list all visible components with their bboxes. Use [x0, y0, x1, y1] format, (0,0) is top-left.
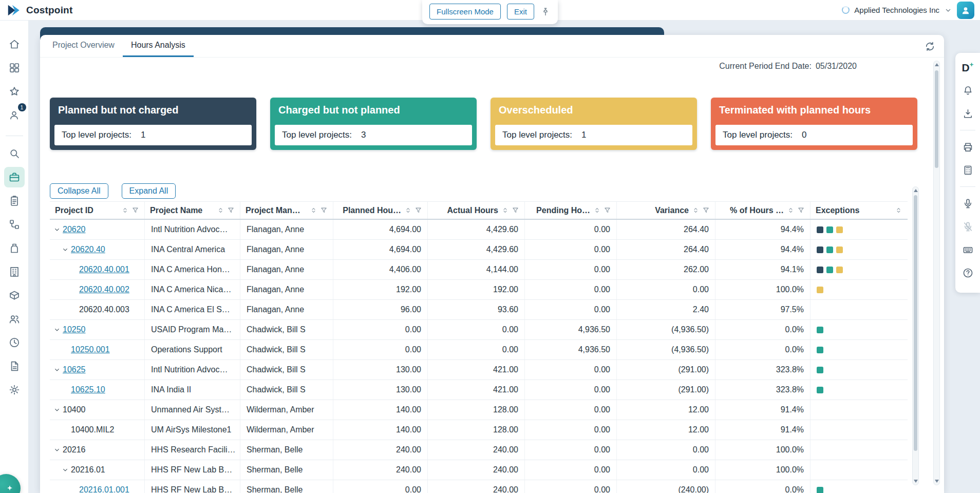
scrollbar-thumb[interactable] [935, 70, 938, 168]
expand-chevron-icon[interactable] [61, 466, 69, 474]
table-row: 10250.001Operations SupportChadwick, Bil… [50, 340, 908, 360]
company-selector[interactable]: Applied Technologies Inc [854, 6, 939, 14]
planned-cell: 4,694.00 [333, 240, 428, 259]
sort-icon[interactable] [217, 206, 224, 214]
fullscreen-mode-button[interactable]: Fullscreen Mode [429, 4, 501, 20]
tool-help[interactable] [958, 263, 977, 282]
sidebar-item-favorites-star[interactable] [4, 81, 25, 102]
pending-cell: 4,936.50 [525, 340, 617, 359]
sidebar-item-time-clock[interactable] [4, 332, 25, 353]
scroll-down-arrow[interactable] [935, 480, 939, 483]
pitcher-icon [8, 242, 21, 254]
summary-card-2[interactable]: Charged but not plannedTop level project… [270, 98, 477, 150]
collapse-all-button[interactable]: Collapse All [50, 183, 108, 199]
sort-icon[interactable] [692, 206, 700, 214]
filter-icon[interactable] [797, 206, 805, 214]
expand-chevron-icon[interactable] [53, 446, 61, 454]
sidebar-item-organization[interactable] [4, 261, 25, 282]
column-header-of-hours: % of Hours … [715, 202, 811, 219]
project-id-link[interactable]: 10250 [63, 325, 86, 334]
expand-chevron-icon[interactable] [53, 406, 61, 414]
sidebar-item-projects[interactable] [4, 167, 25, 187]
costpoint-logo-icon [6, 3, 22, 18]
scroll-up-arrow[interactable] [935, 63, 939, 66]
expand-chevron-icon[interactable] [61, 245, 69, 254]
exit-button[interactable]: Exit [507, 4, 534, 20]
project-id-link[interactable]: 20620 [63, 225, 86, 234]
sidebar-item-pitcher[interactable] [4, 238, 25, 258]
project-id-link[interactable]: 20620.40 [71, 245, 105, 254]
projects-icon [8, 171, 21, 183]
expand-all-button[interactable]: Expand All [122, 183, 176, 199]
project-id-link[interactable]: 20620.40.002 [79, 285, 129, 294]
exceptions-cell [811, 240, 908, 259]
tool-keyboard[interactable] [958, 240, 977, 259]
variance-cell: 2.40 [617, 300, 715, 319]
project-id-link[interactable]: 10250.001 [71, 345, 110, 354]
sidebar-item-people[interactable] [4, 309, 25, 329]
summary-card-4[interactable]: Terminated with planned hoursTop level p… [711, 98, 917, 150]
project-id-link[interactable]: 20216.01.001 [79, 485, 129, 493]
microphone-icon [962, 198, 974, 210]
topbar-right: Applied Technologies Inc [842, 2, 980, 19]
tool-notifications-bell[interactable] [958, 81, 977, 100]
filter-icon[interactable] [131, 206, 139, 214]
filter-icon[interactable] [227, 206, 235, 214]
sidebar-item-user-notifications[interactable]: 1 [4, 105, 25, 125]
sort-icon[interactable] [310, 206, 317, 214]
tool-print[interactable] [958, 138, 977, 156]
variance-cell: 0.00 [617, 280, 715, 299]
filter-icon[interactable] [512, 206, 519, 214]
sidebar-item-settings-gear[interactable] [4, 380, 25, 400]
scrollbar-thumb[interactable] [914, 195, 917, 451]
sidebar-item-home[interactable] [4, 34, 25, 54]
table-scrollbar[interactable] [912, 186, 919, 485]
project-id-link[interactable]: 10625.10 [71, 385, 105, 394]
sort-icon[interactable] [787, 206, 795, 214]
filter-icon[interactable] [702, 206, 710, 214]
scroll-up-arrow[interactable] [914, 189, 918, 192]
project-id-link[interactable]: 20620.40.001 [79, 265, 129, 274]
filter-icon[interactable] [320, 206, 328, 214]
sidebar-item-documents[interactable] [4, 356, 25, 376]
column-controls [895, 206, 902, 214]
scroll-down-arrow[interactable] [914, 480, 918, 483]
project-id-link[interactable]: 10625 [63, 365, 86, 374]
tab-project-overview[interactable]: Project Overview [44, 35, 123, 57]
sidebar-item-apps-grid[interactable] [4, 58, 25, 78]
pending-cell: 0.00 [525, 260, 617, 279]
variance-cell: 12.00 [617, 400, 715, 420]
sort-icon[interactable] [501, 206, 509, 214]
project-id-cell: 10625 [50, 360, 145, 380]
indent-spacer [53, 350, 61, 350]
summary-card-1[interactable]: Planned but not chargedTop level project… [50, 98, 256, 150]
expand-chevron-icon[interactable] [53, 326, 61, 334]
table-row: 20216.01HHS RF New Lab B…Sherman, Belle2… [50, 460, 908, 480]
pin-icon[interactable] [540, 7, 551, 17]
sidebar-item-materials-box[interactable] [4, 285, 25, 306]
refresh-icon[interactable] [924, 41, 936, 52]
user-avatar[interactable] [957, 2, 974, 19]
tool-dela-assistant[interactable]: D+ [958, 58, 977, 77]
sort-icon[interactable] [895, 206, 902, 214]
panel-scrollbar[interactable] [933, 61, 940, 485]
tool-microphone[interactable] [958, 194, 977, 213]
sidebar-item-clipboard[interactable] [4, 191, 25, 211]
expand-chevron-icon[interactable] [53, 225, 61, 234]
tab-hours-analysis[interactable]: Hours Analysis [123, 35, 194, 57]
sort-icon[interactable] [121, 206, 129, 214]
sidebar-item-workflow[interactable] [4, 214, 25, 235]
expand-chevron-icon[interactable] [53, 366, 61, 374]
tool-import-export[interactable] [958, 104, 977, 123]
filter-icon[interactable] [604, 206, 611, 214]
sort-icon[interactable] [593, 206, 601, 214]
sidebar-item-search[interactable] [4, 143, 25, 164]
sort-icon[interactable] [404, 206, 412, 214]
project-id-cell: 10400.MIL2 [50, 420, 145, 440]
chevron-down-icon[interactable] [944, 6, 952, 14]
tool-microphone-off[interactable] [958, 217, 977, 236]
tool-calculator[interactable] [958, 161, 977, 179]
card-title: Terminated with planned hours [711, 98, 917, 116]
summary-card-3[interactable]: OverscheduledTop level projects:1 [491, 98, 697, 150]
filter-icon[interactable] [414, 206, 422, 214]
